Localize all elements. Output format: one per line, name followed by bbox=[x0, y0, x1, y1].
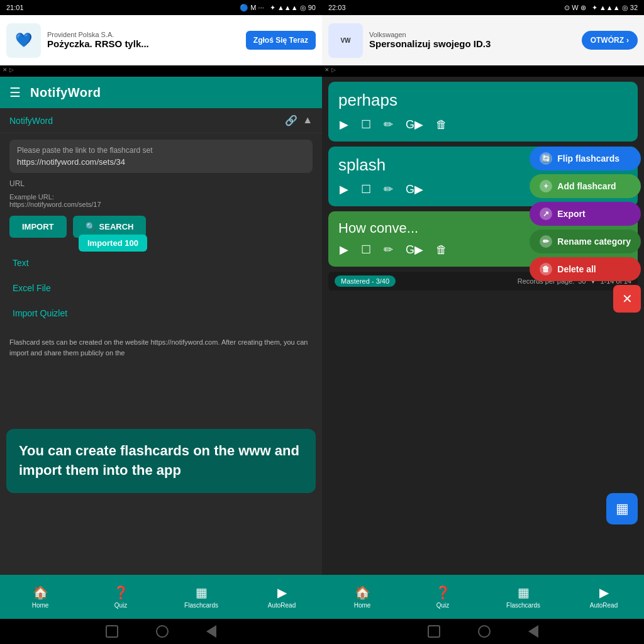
time-right: 22:03 bbox=[328, 4, 346, 11]
nav-home-right[interactable]: 🏠 Home bbox=[322, 575, 402, 619]
bottom-nav-left: 🏠 Home ❓ Quiz ▦ Flaschcards ▶ AutoRead bbox=[0, 575, 322, 619]
sys-back-left[interactable] bbox=[106, 625, 118, 638]
add-icon: + bbox=[540, 180, 552, 192]
nav-autoread-left[interactable]: ▶ AutoRead bbox=[242, 575, 322, 619]
rename-category-button[interactable]: ✏ Rename category bbox=[530, 230, 641, 253]
nav-flashcards-label-right: Flaschcards bbox=[506, 602, 540, 609]
system-nav-right bbox=[322, 619, 644, 644]
export-button[interactable]: ↗ Export bbox=[530, 202, 641, 226]
popup-menu: 🔄 Flip flashcards + Add flashcard ↗ Expo… bbox=[530, 147, 641, 313]
screen-right: 22:03 ⊙ W ⊛ ✦ ▲▲▲ ◎ 32 VW Volkswagen Spe… bbox=[322, 0, 644, 644]
ad-close-left[interactable]: ✕ ▷ bbox=[3, 67, 14, 73]
content-right: perhaps ▶ ☐ ✏ G▶ 🗑 splash ▶ ☐ ✏ G▶ bbox=[322, 77, 644, 575]
home-icon-left: 🏠 bbox=[33, 585, 48, 600]
checkbox-btn-splash[interactable]: ☐ bbox=[360, 181, 372, 197]
nav-home-label-right: Home bbox=[354, 602, 371, 609]
ad-logo-left: 💙 bbox=[6, 23, 41, 58]
add-flashcard-button[interactable]: + Add flashcard bbox=[530, 174, 641, 198]
nav-home-label-left: Home bbox=[32, 602, 49, 609]
flashcard-actions-perhaps: ▶ ☐ ✏ G▶ 🗑 bbox=[338, 116, 628, 133]
link-icon[interactable]: 🔗 bbox=[285, 114, 297, 126]
edit-btn-howconve[interactable]: ✏ bbox=[382, 242, 394, 258]
nav-autoread-label-right: AutoRead bbox=[590, 602, 618, 609]
checkbox-btn-howconve[interactable]: ☐ bbox=[360, 242, 372, 258]
ad-company-left: Provident Polska S.A. bbox=[47, 31, 240, 38]
sys-home-left[interactable] bbox=[156, 625, 169, 638]
app-title-left: NotifyWord bbox=[30, 86, 101, 100]
fab-area: ▦ bbox=[606, 493, 638, 525]
nav-flashcards-right[interactable]: ▦ Flaschcards bbox=[483, 575, 564, 619]
translate-btn-splash[interactable]: G▶ bbox=[404, 181, 425, 197]
flip-icon: 🔄 bbox=[540, 152, 552, 165]
delete-btn-perhaps[interactable]: 🗑 bbox=[435, 117, 448, 133]
autoread-icon-right: ▶ bbox=[599, 585, 609, 600]
nav-quiz-left[interactable]: ❓ Quiz bbox=[80, 575, 161, 619]
hamburger-icon[interactable]: ☰ bbox=[9, 85, 21, 100]
sys-back-right[interactable] bbox=[428, 625, 440, 638]
translate-btn-howconve[interactable]: G▶ bbox=[404, 242, 425, 258]
nav-quiz-label-left: Quiz bbox=[114, 602, 128, 609]
sys-recents-right[interactable] bbox=[528, 625, 538, 638]
nav-flashcards-left[interactable]: ▦ Flaschcards bbox=[161, 575, 242, 619]
checkbox-btn-perhaps[interactable]: ☐ bbox=[360, 116, 372, 133]
status-bar-right: 22:03 ⊙ W ⊛ ✦ ▲▲▲ ◎ 32 bbox=[322, 0, 644, 15]
url-input-box: Please paste the link to the flashcard s… bbox=[9, 140, 313, 173]
sys-recents-left[interactable] bbox=[206, 625, 216, 638]
description-text: Flashcard sets can be created on the web… bbox=[0, 331, 322, 364]
flip-flashcards-button[interactable]: 🔄 Flip flashcards bbox=[530, 147, 641, 170]
autoread-icon-left: ▶ bbox=[277, 585, 287, 600]
ad-title-right: Spersonalizuj swojego ID.3 bbox=[369, 38, 575, 50]
system-nav-left bbox=[0, 619, 322, 644]
delete-icon: 🗑 bbox=[540, 263, 552, 275]
ad-banner-right: VW Volkswagen Spersonalizuj swojego ID.3… bbox=[322, 15, 644, 65]
nav-flashcards-label-left: Flaschcards bbox=[184, 602, 218, 609]
imported-badge: Imported 100 bbox=[79, 235, 147, 252]
delete-all-button[interactable]: 🗑 Delete all bbox=[530, 257, 641, 281]
nav-home-left[interactable]: 🏠 Home bbox=[0, 575, 80, 619]
nav-quiz-right[interactable]: ❓ Quiz bbox=[402, 575, 483, 619]
edit-btn-perhaps[interactable]: ✏ bbox=[382, 116, 394, 133]
rename-icon: ✏ bbox=[540, 235, 552, 248]
notifyword-label: NotifyWord bbox=[9, 116, 53, 126]
play-btn-perhaps[interactable]: ▶ bbox=[338, 116, 350, 133]
play-btn-splash[interactable]: ▶ bbox=[338, 181, 350, 197]
search-icon: 🔍 bbox=[86, 222, 96, 231]
tooltip-text: You can create flashcards on the www and… bbox=[19, 441, 303, 480]
nav-autoread-label-left: AutoRead bbox=[268, 602, 296, 609]
example-label: Example URL: bbox=[9, 193, 313, 201]
bottom-nav-right: 🏠 Home ❓ Quiz ▦ Flaschcards ▶ AutoRead bbox=[322, 575, 644, 619]
menu-item-quizlet[interactable]: Import Quizlet bbox=[0, 301, 322, 326]
close-popup-button[interactable]: ✕ bbox=[613, 285, 641, 313]
home-icon-right: 🏠 bbox=[355, 585, 370, 600]
flashcard-splash: splash ▶ ☐ ✏ G▶ 🔄 Flip flashcards + Add … bbox=[328, 147, 638, 206]
chevron-up-icon[interactable]: ▲ bbox=[303, 114, 313, 126]
example-value: https://notifyword.com/sets/17 bbox=[9, 201, 313, 208]
sys-home-right[interactable] bbox=[478, 625, 491, 638]
url-label: URL bbox=[9, 179, 313, 188]
quiz-icon-left: ❓ bbox=[113, 585, 129, 600]
translate-btn-perhaps[interactable]: G▶ bbox=[404, 116, 425, 133]
ad-button-right[interactable]: OTWÓRZ › bbox=[582, 31, 638, 50]
export-icon: ↗ bbox=[540, 208, 552, 220]
delete-btn-howconve[interactable]: 🗑 bbox=[435, 242, 448, 258]
import-button[interactable]: IMPORT bbox=[9, 216, 67, 238]
ad-close-right[interactable]: ✕ ▷ bbox=[325, 67, 336, 73]
flashcard-perhaps: perhaps ▶ ☐ ✏ G▶ 🗑 bbox=[328, 82, 638, 142]
fab-button[interactable]: ▦ bbox=[606, 493, 638, 525]
time-left: 21:01 bbox=[6, 4, 24, 11]
ad-logo-right: VW bbox=[328, 23, 363, 58]
chevron-right-icon: › bbox=[626, 36, 629, 45]
flashcard-word-perhaps: perhaps bbox=[338, 91, 628, 110]
tooltip-overlay: You can create flashcards on the www and… bbox=[6, 429, 316, 493]
delete-label: Delete all bbox=[557, 264, 596, 274]
menu-item-excel[interactable]: Excel File bbox=[0, 275, 322, 301]
menu-item-text[interactable]: Text bbox=[0, 250, 322, 275]
status-bar-left: 21:01 🔵 M ··· ✦ ▲▲▲ ◎ 🔵 M ··· ✦ ▲▲▲ ◎ 90… bbox=[0, 0, 322, 15]
nav-quiz-label-right: Quiz bbox=[436, 602, 450, 609]
ad-text-left: Provident Polska S.A. Pożyczka. RRSO tyl… bbox=[47, 31, 240, 50]
edit-btn-splash[interactable]: ✏ bbox=[382, 181, 394, 197]
status-icons-left: 🔵 M ··· ✦ ▲▲▲ ◎ 🔵 M ··· ✦ ▲▲▲ ◎ 9090 bbox=[240, 4, 316, 12]
play-btn-howconve[interactable]: ▶ bbox=[338, 242, 350, 258]
ad-button-left[interactable]: Zgłoś Się Teraz bbox=[246, 31, 316, 50]
nav-autoread-right[interactable]: ▶ AutoRead bbox=[564, 575, 644, 619]
